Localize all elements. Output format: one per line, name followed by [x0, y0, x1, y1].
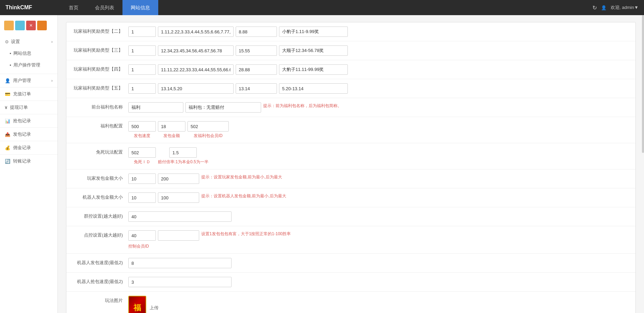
input-welfare-2-rate[interactable] [236, 27, 277, 37]
input-robot-send-min[interactable] [128, 192, 156, 203]
input-welfare-5-values[interactable] [158, 83, 234, 94]
sidebar-withdraw[interactable]: ¥ 提现订单 [0, 101, 57, 114]
settings-label: 设置 [11, 39, 20, 45]
input-welfare-3-count[interactable] [128, 45, 156, 56]
upload-button[interactable]: 上传 [150, 305, 159, 311]
input-robot-send-max[interactable] [158, 192, 199, 203]
form-row-welfare-config: 福利包配置 发包速度 发包金额 发福利包会员ID [66, 117, 635, 143]
input-player-send-max[interactable] [158, 174, 199, 184]
input-welfare-name-short[interactable] [185, 102, 261, 113]
input-welfare-2-values[interactable] [158, 27, 234, 37]
input-group-control[interactable] [128, 211, 232, 222]
col-free-rate: 赔付倍率:1为本金0.5为一半 [158, 147, 208, 165]
label-group-control: 群控设置(越大越好) [66, 211, 128, 222]
input-player-send-min[interactable] [128, 174, 156, 184]
robot-send-hint: 提示：设置机器人发包金额,前为最小,后为最大 [201, 192, 286, 200]
user-manage-label: 用户管理 [13, 77, 31, 84]
nav-links: 首页 会员列表 网站信息 [61, 0, 592, 15]
label-welfare-5: 玩家福利奖励类型【五】 [66, 83, 128, 94]
input-welfare-4-values[interactable] [158, 64, 234, 75]
brand-logo: ThinkCMF [6, 4, 61, 11]
click-control-hint: 设置1发包包包有富，大于1按照正常的1-100胜率 [201, 230, 291, 238]
user-icon: 👤 [601, 5, 607, 10]
input-welfare-2-desc[interactable] [279, 27, 348, 37]
controls-click-control: 设置1发包包包有富，大于1按照正常的1-100胜率 控制会员ID [128, 230, 635, 250]
input-welfare-4-count[interactable] [128, 64, 156, 75]
label-free-rate: 赔付倍率:1为本金0.5为一半 [158, 159, 208, 165]
sidebar-btn-orange[interactable] [37, 21, 47, 30]
label-member-id: 发福利包会员ID [194, 133, 223, 139]
settings-arrow: › [51, 40, 53, 44]
nav-members[interactable]: 会员列表 [87, 0, 122, 15]
sidebar-send-record[interactable]: 📤 发包记录 [0, 127, 57, 141]
input-welfare-2-count[interactable] [128, 27, 156, 37]
sidebar-user-manage[interactable]: 👤 用户管理 › [0, 74, 57, 87]
input-welfare-5-count[interactable] [128, 83, 156, 94]
input-send-speed[interactable] [128, 121, 156, 132]
user-manage-icon: 👤 [5, 78, 10, 83]
input-welfare-4-desc[interactable] [279, 64, 348, 75]
sidebar-item-user-ops[interactable]: • 用户操作管理 [0, 59, 57, 71]
label-welfare-4: 玩家福利奖励类型【四】 [66, 64, 128, 75]
form-row-welfare-4: 玩家福利奖励类型【四】 [66, 60, 635, 79]
input-free-id[interactable] [128, 147, 156, 158]
top-navbar: ThinkCMF 首页 会员列表 网站信息 ↻ 👤 欢迎, admin▼ [0, 0, 644, 15]
form-row-welfare-3: 玩家福利奖励类型【三】 [66, 41, 635, 60]
sidebar-btn-red[interactable]: ✕ [26, 21, 36, 30]
dot-icon2: • [10, 63, 11, 68]
scrollbar[interactable] [642, 15, 644, 153]
form-row-robot-send-speed: 机器人发包速度(最低2) [66, 254, 635, 273]
input-welfare-3-values[interactable] [158, 45, 234, 56]
input-welfare-3-rate[interactable] [236, 45, 277, 56]
label-send-amount: 发包金额 [163, 133, 180, 139]
col-send-amount: 发包金额 [158, 121, 185, 139]
controls-free-config: 免死ＩＤ 赔付倍率:1为本金0.5为一半 [128, 147, 635, 166]
top-right: ↻ 👤 欢迎, admin▼ [592, 4, 639, 11]
input-send-amount[interactable] [158, 121, 185, 132]
user-manage-arrow: › [51, 79, 53, 83]
input-robot-send-speed[interactable] [128, 258, 232, 268]
withdraw-icon: ¥ [5, 105, 7, 110]
input-click-control-val[interactable] [128, 230, 156, 241]
sidebar-btn-blue[interactable] [15, 21, 25, 30]
nav-site-info[interactable]: 网站信息 [122, 0, 158, 15]
controls-player-send: 提示：设置玩家发包金额,前为最小,后为最大 [128, 173, 635, 185]
input-welfare-name[interactable] [128, 102, 183, 113]
form-table: 玩家福利奖励类型【二】 玩家福利奖励类型【三】 [66, 22, 636, 313]
recharge-icon: 💳 [5, 92, 10, 97]
nav-home[interactable]: 首页 [61, 0, 87, 15]
transfer-icon: 🔄 [5, 159, 10, 164]
settings-section: ⚙ 设置 › • 网站信息 • 用户操作管理 [0, 33, 57, 74]
input-welfare-5-desc[interactable] [279, 83, 348, 94]
input-click-control-id[interactable] [158, 230, 199, 241]
sidebar-transfer[interactable]: 🔄 转账记录 [0, 154, 57, 168]
input-robot-grab-speed[interactable] [128, 277, 232, 287]
form-row-click-control: 点控设置(越大越好) 设置1发包包包有富，大于1按照正常的1-100胜率 控制会… [66, 226, 635, 254]
col-member-id: 发福利包会员ID [187, 121, 229, 139]
label-send-speed: 发包速度 [134, 133, 150, 139]
sidebar-user-ops-label: 用户操作管理 [13, 62, 40, 68]
image-upload-box: 上传 [128, 296, 159, 313]
sidebar-recharge[interactable]: 💳 充值订单 [0, 87, 57, 101]
controls-welfare-2 [128, 26, 635, 38]
sidebar-commission[interactable]: 💰 佣金记录 [0, 141, 57, 154]
form-row-group-control: 群控设置(越大越好) [66, 207, 635, 226]
input-member-id[interactable] [187, 121, 229, 132]
sidebar-btn-yellow[interactable] [4, 21, 14, 30]
input-welfare-3-desc[interactable] [279, 45, 348, 56]
input-welfare-4-rate[interactable] [236, 64, 277, 75]
settings-header[interactable]: ⚙ 设置 › [0, 36, 57, 48]
input-welfare-5-rate[interactable] [236, 83, 277, 94]
welcome-text[interactable]: 欢迎, admin▼ [611, 4, 639, 11]
refresh-icon[interactable]: ↻ [592, 4, 597, 11]
send-icon: 📤 [5, 132, 10, 137]
controls-welfare-name: 提示：前为福利包名称，后为福利包简称。 [128, 102, 635, 113]
sidebar-grab-record[interactable]: 📊 抢包记录 [0, 114, 57, 127]
controls-game-image: 上传 [128, 295, 635, 313]
form-row-game-image: 玩法图片 上传 [66, 292, 635, 313]
input-free-rate[interactable] [169, 147, 197, 158]
form-row-player-send: 玩家发包金额大小 提示：设置玩家发包金额,前为最小,后为最大 [66, 169, 635, 188]
col-send-speed: 发包速度 [128, 121, 156, 139]
sidebar-item-site-info[interactable]: • 网站信息 [0, 48, 57, 59]
col-free-id: 免死ＩＤ [128, 147, 156, 165]
